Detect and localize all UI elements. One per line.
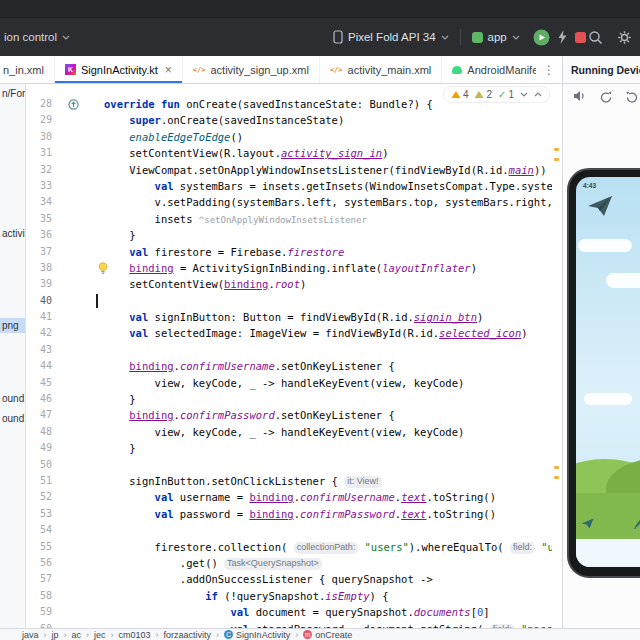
settings-button[interactable] (617, 30, 632, 45)
code-line[interactable]: 32 ViewCompat.setOnApplyWindowInsetsList… (26, 162, 552, 178)
code-line[interactable]: 58 if (!querySnapshot.isEmpty) { (26, 588, 552, 604)
breadcrumb-item[interactable]: jec (94, 630, 106, 640)
line-number[interactable]: 57 (26, 571, 60, 587)
breadcrumb-item[interactable]: monCreate (303, 630, 352, 640)
code-line[interactable]: 54 (26, 522, 552, 538)
line-number[interactable]: 60 (26, 621, 60, 629)
code-line[interactable]: 36 } (26, 227, 552, 243)
line-number[interactable]: 45 (26, 375, 60, 391)
breadcrumb-item[interactable]: jp (52, 630, 59, 640)
line-number[interactable]: 48 (26, 424, 60, 440)
code-line[interactable]: 46 } (26, 391, 552, 407)
code-line[interactable]: 60 val storedPassword = document.getStri… (26, 621, 552, 629)
code-line[interactable]: 48 view, keyCode, _ -> handleKeyEvent(vi… (26, 424, 552, 440)
line-number[interactable]: 56 (26, 555, 60, 571)
line-number[interactable]: 53 (26, 506, 60, 522)
line-number[interactable]: 58 (26, 588, 60, 604)
line-number[interactable]: 59 (26, 604, 60, 620)
search-button[interactable] (588, 30, 603, 45)
tab-close-icon[interactable]: × (165, 64, 172, 76)
code-line[interactable]: 34 v.setPadding(systemBars.left, systemB… (26, 194, 552, 210)
code-line[interactable]: 39 setContentView(binding.root) (26, 276, 552, 292)
tab-SignInActivity.kt[interactable]: KSignInActivity.kt× (55, 56, 183, 83)
volume-icon[interactable] (573, 90, 587, 102)
device-selector-dropdown[interactable]: Pixel Fold API 34 (333, 30, 449, 44)
line-number[interactable]: 36 (26, 227, 60, 243)
next-issue-chevron-icon[interactable] (520, 92, 528, 97)
pen-button-icon[interactable] (632, 515, 640, 533)
breadcrumb-item[interactable]: cm0103 (119, 630, 151, 640)
line-number[interactable]: 54 (26, 522, 60, 538)
code-editor[interactable]: 28override fun onCreate(savedInstanceSta… (26, 84, 562, 628)
line-number[interactable]: 51 (26, 473, 60, 489)
line-number[interactable]: 43 (26, 342, 60, 358)
code-line[interactable]: 30 enableEdgeToEdge() (26, 129, 552, 145)
line-number[interactable]: 44 (26, 358, 60, 374)
rotate-right-icon[interactable] (625, 90, 639, 103)
tab-AndroidManife[interactable]: AndroidManife (442, 56, 536, 83)
code-line[interactable]: 57 .addOnSuccessListener { querySnapshot… (26, 571, 552, 587)
line-number[interactable]: 31 (26, 145, 60, 161)
breadcrumb-item[interactable]: CSignInActivity (224, 630, 290, 640)
inspections-widget[interactable]: 4 2 ✓ 1 (443, 86, 550, 103)
line-number[interactable]: 28 (26, 96, 60, 112)
code-line[interactable]: 52 val username = binding.confirmUsernam… (26, 489, 552, 505)
device-screen[interactable]: 4:43 (576, 177, 640, 567)
code-line[interactable]: 43 (26, 342, 552, 358)
code-line[interactable]: 44 binding.confirmUsername.setOnKeyListe… (26, 358, 552, 374)
project-tree-item[interactable]: ound.xr (2, 411, 26, 426)
line-number[interactable]: 32 (26, 162, 60, 178)
code-line[interactable]: 59 val document = querySnapshot.document… (26, 604, 552, 620)
breadcrumb-item[interactable]: java (22, 630, 39, 640)
tab-options-icon[interactable]: ⋮ (536, 56, 562, 83)
line-number[interactable]: 37 (26, 244, 60, 260)
stop-button[interactable] (575, 32, 586, 43)
code-line[interactable]: 33 val systemBars = insets.getInsets(Win… (26, 178, 552, 194)
line-number[interactable]: 41 (26, 309, 60, 325)
override-method-gutter-icon[interactable] (60, 96, 94, 112)
apply-changes-button[interactable] (557, 30, 568, 44)
line-number[interactable]: 49 (26, 440, 60, 456)
line-number[interactable]: 50 (26, 457, 60, 473)
line-number[interactable]: 42 (26, 325, 60, 341)
code-line[interactable]: 38 binding = ActivitySignInBinding.infla… (26, 260, 552, 276)
rerun-button[interactable] (533, 29, 550, 46)
line-number[interactable]: 34 (26, 194, 60, 210)
tab-activity_sign_up.xml[interactable]: activity_sign_up.xml (183, 56, 320, 83)
line-number[interactable]: 40 (26, 293, 60, 309)
code-line[interactable]: 53 val password = binding.confirmPasswor… (26, 506, 552, 522)
rotate-left-icon[interactable] (599, 90, 613, 103)
code-line[interactable]: 47 binding.confirmPassword.setOnKeyListe… (26, 407, 552, 423)
code-line[interactable]: 35 insets ^setOnApplyWindowInsetsListene… (26, 211, 552, 227)
run-config-dropdown[interactable]: app (472, 31, 520, 43)
project-tree-item[interactable]: n/Forza (2, 86, 26, 101)
code-line[interactable]: 51 signInButton.setOnClickListener { it:… (26, 473, 552, 489)
project-tree-item[interactable]: png (0, 318, 25, 333)
tab-n_in.xml[interactable]: n_in.xml (0, 56, 55, 83)
line-number[interactable]: 38 (26, 260, 60, 276)
tab-activity_main.xml[interactable]: activity_main.xml (320, 56, 442, 83)
line-number[interactable]: 33 (26, 178, 60, 194)
code-line[interactable]: 55 firestore.collection( collectionPath:… (26, 539, 552, 555)
breadcrumb-item[interactable]: forzaactivity (164, 630, 212, 640)
project-tree-item[interactable]: activity (2, 226, 26, 241)
code-line[interactable]: 29 super.onCreate(savedInstanceState) (26, 112, 552, 128)
code-line[interactable]: 40 (26, 293, 552, 309)
line-number[interactable]: 46 (26, 391, 60, 407)
line-number[interactable]: 39 (26, 276, 60, 292)
plane-button-icon[interactable] (581, 515, 594, 533)
line-number[interactable]: 47 (26, 407, 60, 423)
line-number[interactable]: 29 (26, 112, 60, 128)
project-tree-strip[interactable]: n/Forzaactivitypngound.xound.xr (0, 84, 26, 628)
code-line[interactable]: 50 (26, 457, 552, 473)
prev-issue-chevron-icon[interactable] (534, 92, 542, 97)
line-number[interactable]: 52 (26, 489, 60, 505)
code-line[interactable]: 45 view, keyCode, _ -> handleKeyEvent(vi… (26, 375, 552, 391)
code-line[interactable]: 56 .get() Task<QuerySnapshot> (26, 555, 552, 571)
code-line[interactable]: 49 } (26, 440, 552, 456)
line-number[interactable]: 30 (26, 129, 60, 145)
line-number[interactable]: 55 (26, 539, 60, 555)
version-control-dropdown[interactable]: ion control (4, 18, 70, 56)
running-devices-header[interactable]: Running Devices (562, 56, 640, 84)
code-line[interactable]: 41 val signInButton: Button = findViewBy… (26, 309, 552, 325)
